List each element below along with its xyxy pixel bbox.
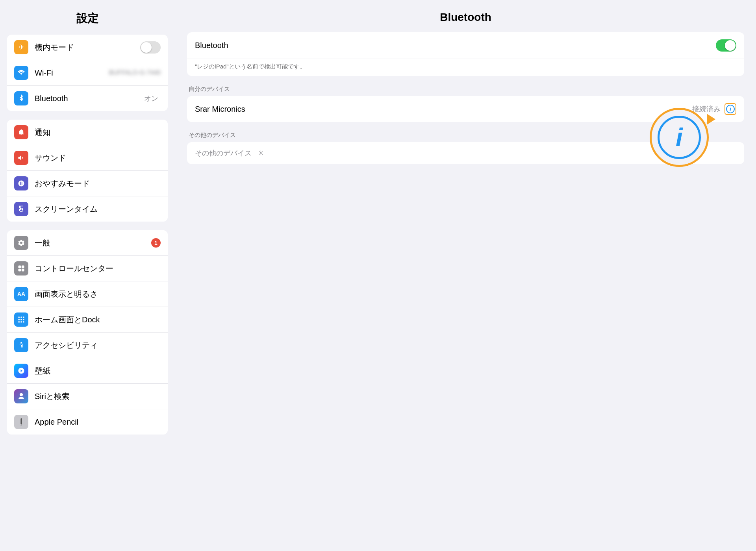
sidebar-item-bluetooth[interactable]: Bluetooth オン [7,86,168,111]
airplane-label: 機内モード [35,42,140,53]
general-icon [14,236,28,250]
bluetooth-status: オン [144,94,158,103]
sidebar-item-airplane[interactable]: ✈ 機内モード [7,35,168,60]
sidebar-item-display[interactable]: AA 画面表示と明るさ [7,281,168,307]
notification-label: 通知 [35,127,161,138]
svg-rect-6 [23,317,24,318]
sidebar-item-sound[interactable]: サウンド [7,145,168,171]
sidebar-title: 設定 [0,0,175,35]
sound-icon [14,151,28,165]
loading-spinner [256,149,265,157]
svg-rect-11 [20,321,22,322]
general-badge: 1 [151,238,161,248]
sidebar-item-wifi[interactable]: Wi-Fi BUFFALO-G-7440 [7,60,168,86]
settings-group-3: 一般 1 コントロールセンター AA 画面表示と明るさ [7,230,168,435]
screentime-label: スクリーンタイム [35,204,161,214]
main-content: Bluetooth Bluetooth "レジのiPad"という名前で検出可能で… [175,0,756,551]
bluetooth-card: Bluetooth "レジのiPad"という名前で検出可能です。 [187,32,744,76]
sidebar-item-siri[interactable]: Siriと検索 [7,384,168,409]
wifi-label: Wi-Fi [35,68,109,78]
content-area: Bluetooth "レジのiPad"という名前で検出可能です。 自分のデバイス… [175,32,756,167]
controlcenter-icon [14,261,28,276]
sidebar-item-notification[interactable]: 通知 [7,120,168,145]
svg-rect-2 [19,269,21,272]
donotdisturb-label: おやすみモード [35,178,161,189]
siri-label: Siriと検索 [35,391,161,402]
my-devices-header: 自分のデバイス [187,79,744,96]
svg-rect-5 [20,317,22,318]
bluetooth-label: Bluetooth [35,94,144,103]
sidebar-item-donotdisturb[interactable]: おやすみモード [7,171,168,196]
device-name: Srar Micronics [195,105,692,114]
svg-rect-10 [19,321,20,322]
sidebar-item-controlcenter[interactable]: コントロールセンター [7,256,168,281]
siri-icon [14,389,28,403]
settings-group-2: 通知 サウンド おやすみモード スクリーンタイ [7,120,168,222]
sound-label: サウンド [35,153,161,163]
svg-rect-7 [19,319,20,320]
accessibility-icon [14,338,28,352]
svg-point-13 [20,342,22,343]
bluetooth-row: Bluetooth [187,32,744,59]
sidebar-item-applepencil[interactable]: Apple Pencil [7,409,168,435]
bluetooth-icon [14,91,28,105]
sidebar-item-screentime[interactable]: スクリーンタイム [7,196,168,222]
general-label: 一般 [35,238,151,248]
airplane-icon: ✈ [14,40,28,54]
bluetooth-row-label: Bluetooth [195,41,716,50]
settings-group-1: ✈ 機内モード Wi-Fi BUFFALO-G-7440 Bluetooth オ… [7,35,168,111]
wallpaper-label: 壁紙 [35,366,161,376]
svg-rect-14 [20,418,22,424]
info-button-icon: i [726,105,735,113]
applepencil-icon [14,415,28,429]
homescreen-icon [14,312,28,327]
sidebar-item-accessibility[interactable]: アクセシビリティ [7,333,168,358]
info-callout-arrow [707,114,715,125]
wifi-icon [14,66,28,80]
airplane-toggle[interactable] [140,41,161,54]
sidebar-item-general[interactable]: 一般 1 [7,230,168,256]
svg-rect-9 [23,319,24,320]
homescreen-label: ホーム画面とDock [35,314,161,325]
svg-rect-8 [20,319,22,320]
svg-rect-1 [22,266,24,268]
wallpaper-icon [14,364,28,378]
controlcenter-label: コントロールセンター [35,263,161,274]
svg-rect-3 [22,269,24,272]
svg-rect-12 [23,321,24,322]
screentime-icon [14,202,28,216]
sidebar-item-homescreen[interactable]: ホーム画面とDock [7,307,168,333]
svg-rect-0 [19,266,21,268]
donotdisturb-icon [14,176,28,190]
bluetooth-description: "レジのiPad"という名前で検出可能です。 [187,59,744,76]
info-callout: i [650,108,713,171]
info-callout-circle: i [650,108,709,167]
info-button[interactable]: i [724,103,736,115]
device-card: Srar Micronics 接続済み i i [187,96,744,122]
info-callout-inner: i [658,116,701,159]
bluetooth-toggle[interactable] [716,39,736,52]
accessibility-label: アクセシビリティ [35,340,161,351]
applepencil-label: Apple Pencil [35,418,161,427]
main-title: Bluetooth [175,0,756,32]
wifi-value: BUFFALO-G-7440 [109,69,161,76]
sidebar: 設定 ✈ 機内モード Wi-Fi BUFFALO-G-7440 Bluetoot… [0,0,175,551]
display-icon: AA [14,287,28,301]
other-devices-label: その他のデバイス [195,148,252,158]
sidebar-item-wallpaper[interactable]: 壁紙 [7,358,168,384]
svg-rect-4 [19,317,20,318]
display-label: 画面表示と明るさ [35,289,161,300]
notification-icon [14,125,28,139]
